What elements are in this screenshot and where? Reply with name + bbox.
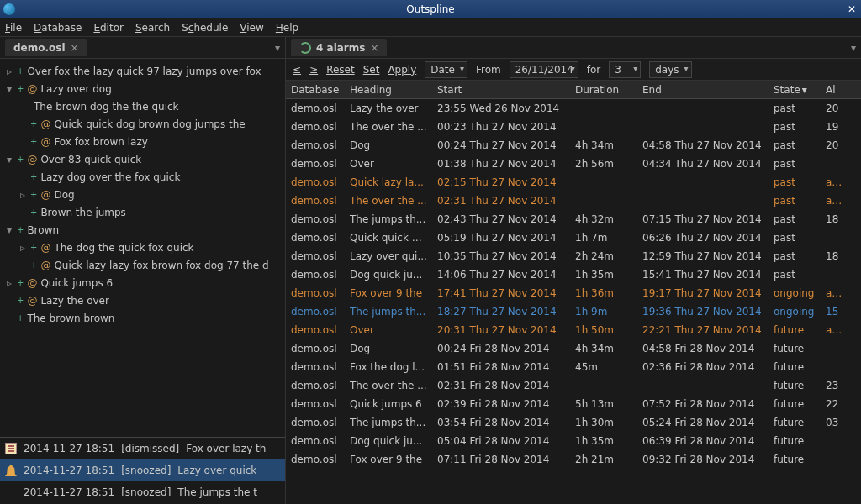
table-row[interactable]: demo.oslQuick quick d...05:19 Thu 27 Nov… bbox=[286, 228, 861, 247]
cell-al: act bbox=[821, 195, 846, 207]
tree-item[interactable]: ▹+@Dog bbox=[0, 186, 285, 203]
prev-button[interactable]: ≤ bbox=[293, 64, 301, 76]
days-count-input[interactable]: 3 bbox=[609, 61, 641, 78]
chevron-down-icon[interactable]: ▾ bbox=[851, 42, 856, 54]
cell-database: demo.osl bbox=[286, 435, 345, 447]
tree-item[interactable]: +Brown the jumps bbox=[0, 203, 285, 221]
menu-view[interactable]: View bbox=[240, 22, 263, 34]
menu-database[interactable]: Database bbox=[34, 22, 82, 34]
tree-item[interactable]: ▹+@Quick jumps 6 bbox=[0, 274, 285, 291]
tree-item[interactable]: +@Fox fox brown lazy bbox=[0, 133, 285, 150]
table-row[interactable]: demo.oslThe over the ...00:23 Thu 27 Nov… bbox=[286, 118, 861, 136]
cell-start: 00:24 Fri 28 Nov 2014 bbox=[432, 343, 570, 354]
tree-item[interactable]: +Lazy dog over the fox quick bbox=[0, 168, 285, 186]
cell-heading: Dog bbox=[345, 139, 432, 151]
cell-state: future bbox=[769, 417, 821, 428]
table-row[interactable]: demo.oslLazy over qui...10:35 Thu 27 Nov… bbox=[286, 247, 861, 265]
table-row[interactable]: demo.oslOver20:31 Thu 27 Nov 20141h 50m2… bbox=[286, 321, 861, 339]
left-tabstrip: demo.osl × ▾ bbox=[0, 37, 285, 59]
tree-item[interactable]: ▹+@The dog the quick fox quick bbox=[0, 239, 285, 256]
table-row[interactable]: demo.oslQuick jumps 602:39 Fri 28 Nov 20… bbox=[286, 395, 861, 413]
set-button[interactable]: Set bbox=[363, 64, 380, 76]
outline-tree[interactable]: ▹+Over fox the lazy quick 97 lazy jumps … bbox=[0, 59, 285, 437]
table-row[interactable]: demo.oslThe jumps th...02:43 Thu 27 Nov … bbox=[286, 210, 861, 228]
alarm-icon: @ bbox=[27, 154, 37, 165]
tree-item[interactable]: +@Quick quick dog brown dog jumps the bbox=[0, 115, 285, 133]
tree-item[interactable]: +@Quick lazy lazy fox brown fox dog 77 t… bbox=[0, 256, 285, 274]
cell-end: 04:58 Thu 27 Nov 2014 bbox=[637, 139, 769, 151]
grid-body[interactable]: demo.oslLazy the over23:55 Wed 26 Nov 20… bbox=[286, 99, 861, 469]
twisty-icon[interactable]: ▹ bbox=[5, 66, 13, 77]
alarm-icon: @ bbox=[40, 260, 50, 271]
close-icon[interactable]: × bbox=[71, 42, 79, 54]
cell-heading: Dog bbox=[345, 343, 432, 354]
table-row[interactable]: demo.oslThe over the ...02:31 Fri 28 Nov… bbox=[286, 376, 861, 395]
menu-file[interactable]: File bbox=[5, 22, 22, 34]
plus-icon: + bbox=[30, 172, 37, 181]
twisty-icon[interactable]: ▹ bbox=[5, 277, 13, 289]
table-row[interactable]: demo.oslFox over 9 the07:11 Fri 28 Nov 2… bbox=[286, 450, 861, 469]
next-button[interactable]: ≥ bbox=[309, 64, 318, 76]
tree-item[interactable]: +The brown brown bbox=[0, 309, 285, 327]
close-icon[interactable]: × bbox=[370, 42, 378, 54]
tree-item[interactable]: ▾+Brown bbox=[0, 221, 285, 239]
table-row[interactable]: demo.oslQuick lazy la...02:15 Thu 27 Nov… bbox=[286, 173, 861, 192]
table-row[interactable]: demo.oslThe over the ...02:31 Thu 27 Nov… bbox=[286, 192, 861, 210]
tab-demo-osl[interactable]: demo.osl × bbox=[5, 39, 87, 56]
tab-alarms[interactable]: 4 alarms × bbox=[291, 39, 387, 56]
tree-item[interactable]: ▾+@Lazy over dog bbox=[0, 80, 285, 97]
table-row[interactable]: demo.oslDog00:24 Thu 27 Nov 20144h 34m04… bbox=[286, 136, 861, 155]
plus-icon: + bbox=[30, 243, 37, 252]
col-end[interactable]: End bbox=[637, 84, 769, 96]
log-row[interactable]: 2014-11-27 18:51[dismissed]Fox over lazy… bbox=[0, 438, 285, 459]
table-row[interactable]: demo.oslDog00:24 Fri 28 Nov 20144h 34m04… bbox=[286, 339, 861, 358]
menu-help[interactable]: Help bbox=[276, 22, 298, 34]
menu-schedule[interactable]: Schedule bbox=[182, 22, 228, 34]
col-duration[interactable]: Duration bbox=[570, 84, 637, 96]
tree-item[interactable]: +@Lazy the over bbox=[0, 291, 285, 309]
twisty-icon[interactable]: ▹ bbox=[18, 242, 27, 254]
menu-search[interactable]: Search bbox=[135, 22, 170, 34]
close-icon[interactable]: ✕ bbox=[848, 3, 856, 15]
cell-start: 23:55 Wed 26 Nov 2014 bbox=[432, 102, 570, 114]
col-start[interactable]: Start bbox=[432, 84, 570, 96]
cell-duration: 2h 56m bbox=[570, 158, 637, 170]
twisty-icon[interactable]: ▾ bbox=[5, 224, 13, 236]
col-database[interactable]: Database bbox=[286, 84, 345, 96]
twisty-icon[interactable]: ▾ bbox=[5, 154, 13, 165]
grid-header: Database Heading Start Duration End Stat… bbox=[286, 81, 861, 99]
twisty-icon[interactable]: ▹ bbox=[18, 189, 27, 201]
col-heading[interactable]: Heading bbox=[345, 84, 432, 96]
table-row[interactable]: demo.oslDog quick ju...05:04 Fri 28 Nov … bbox=[286, 432, 861, 450]
cell-duration: 4h 34m bbox=[570, 343, 637, 354]
table-row[interactable]: demo.oslThe jumps th...18:27 Thu 27 Nov … bbox=[286, 302, 861, 321]
days-unit-combo[interactable]: days bbox=[649, 61, 691, 78]
col-state[interactable]: State▾ bbox=[769, 84, 821, 96]
twisty-icon[interactable]: ▾ bbox=[5, 83, 13, 95]
alarm-log[interactable]: 2014-11-27 18:51[dismissed]Fox over lazy… bbox=[0, 437, 285, 504]
menu-editor[interactable]: Editor bbox=[93, 22, 124, 34]
cell-database: demo.osl bbox=[286, 139, 345, 151]
sort-combo[interactable]: Date bbox=[425, 61, 467, 78]
table-row[interactable]: demo.oslFox the dog l...01:51 Fri 28 Nov… bbox=[286, 358, 861, 376]
tree-label: Dog bbox=[54, 189, 74, 201]
chevron-down-icon[interactable]: ▾ bbox=[275, 42, 280, 54]
log-row[interactable]: 2014-11-27 18:51[snoozed]The jumps the t bbox=[0, 481, 285, 503]
tree-item[interactable]: ▾+@Over 83 quick quick bbox=[0, 150, 285, 168]
cell-database: demo.osl bbox=[286, 361, 345, 373]
tree-item[interactable]: ▹+Over fox the lazy quick 97 lazy jumps … bbox=[0, 62, 285, 80]
log-time: 2014-11-27 18:51 bbox=[24, 443, 114, 454]
schedule-toolbar: ≤ ≥ Reset Set Apply Date From 26/11/2014… bbox=[286, 59, 861, 81]
log-row[interactable]: 2014-11-27 18:51[snoozed]Lazy over quick bbox=[0, 459, 285, 481]
cell-start: 01:51 Fri 28 Nov 2014 bbox=[432, 361, 570, 373]
col-al[interactable]: Al bbox=[821, 84, 846, 96]
table-row[interactable]: demo.oslDog quick ju...14:06 Thu 27 Nov … bbox=[286, 265, 861, 284]
table-row[interactable]: demo.oslOver01:38 Thu 27 Nov 20142h 56m0… bbox=[286, 155, 861, 173]
apply-button[interactable]: Apply bbox=[388, 64, 416, 76]
table-row[interactable]: demo.oslThe jumps th...03:54 Fri 28 Nov … bbox=[286, 413, 861, 432]
table-row[interactable]: demo.oslFox over 9 the17:41 Thu 27 Nov 2… bbox=[286, 284, 861, 302]
tree-item[interactable]: The brown dog the the quick bbox=[0, 97, 285, 115]
date-input[interactable]: 26/11/2014 bbox=[510, 61, 578, 78]
reset-button[interactable]: Reset bbox=[326, 64, 355, 76]
table-row[interactable]: demo.oslLazy the over23:55 Wed 26 Nov 20… bbox=[286, 99, 861, 118]
